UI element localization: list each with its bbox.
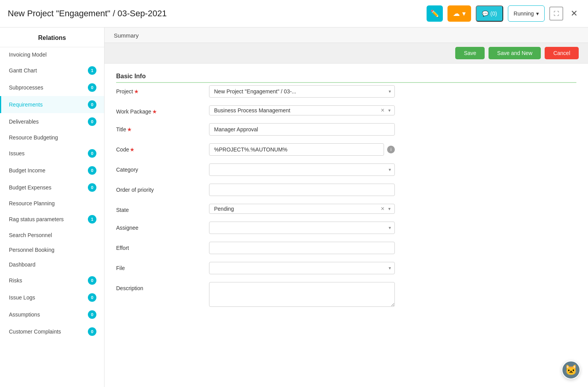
page-title: New Project "Engagement" / 03-Sep-2021	[8, 9, 422, 19]
sidebar-item-label: Requirements	[9, 101, 43, 108]
order-priority-control	[209, 184, 395, 196]
code-info-icon[interactable]: i	[387, 146, 395, 153]
title-row: Title★	[116, 123, 576, 136]
work-package-arrow-button[interactable]: ▾	[387, 108, 391, 113]
category-label: Category	[116, 163, 201, 173]
category-control: ▾	[209, 163, 395, 176]
sidebar-item-badge: 0	[88, 166, 96, 175]
sidebar-item-budget-expenses[interactable]: Budget Expenses0	[0, 179, 104, 196]
state-select-with-clear: Pending × ▾	[209, 204, 395, 214]
sidebar-item-badge: 0	[88, 149, 96, 158]
sidebar: Relations Invoicing ModelGantt Chart1Sub…	[0, 28, 105, 387]
sidebar-item-budget-income[interactable]: Budget Income0	[0, 162, 104, 179]
avatar[interactable]: 🐱	[562, 361, 580, 379]
work-package-select-with-clear: Business Process Management × ▾	[209, 105, 395, 115]
category-select-wrapper: ▾	[209, 163, 395, 176]
close-icon: ✕	[571, 9, 578, 19]
work-package-clear-button[interactable]: ×	[380, 107, 385, 114]
sidebar-item-label: Customer Complaints	[9, 329, 61, 335]
sidebar-item-label: Invoicing Model	[9, 52, 46, 58]
sidebar-item-subprocesses[interactable]: Subprocesses0	[0, 79, 104, 96]
sidebar-item-badge: 0	[88, 117, 96, 126]
order-priority-label: Order of priority	[116, 184, 201, 193]
body-layout: Relations Invoicing ModelGantt Chart1Sub…	[0, 28, 588, 387]
sidebar-item-badge: 1	[88, 66, 96, 75]
sidebar-header: Relations	[0, 28, 104, 47]
status-label: Running	[514, 10, 534, 17]
sidebar-item-issues[interactable]: Issues0	[0, 145, 104, 162]
effort-row: Effort	[116, 242, 576, 254]
sidebar-item-label: Budget Expenses	[9, 184, 51, 191]
sidebar-item-issue-logs[interactable]: Issue Logs0	[0, 289, 104, 306]
sidebar-item-rag-status-parameters[interactable]: Rag status parameters1	[0, 211, 104, 228]
effort-label: Effort	[116, 242, 201, 251]
sidebar-item-requirements[interactable]: Requirements0	[0, 96, 104, 113]
work-package-required: ★	[152, 108, 157, 115]
sidebar-item-dashboard[interactable]: Dashboard	[0, 257, 104, 272]
expand-button[interactable]: ⛶	[549, 7, 563, 21]
description-input[interactable]	[209, 282, 395, 307]
order-priority-input[interactable]	[209, 184, 395, 196]
project-label: Project★	[116, 85, 201, 95]
sidebar-item-search-personnel[interactable]: Search Personnel	[0, 228, 104, 243]
sidebar-item-label: Gantt Chart	[9, 67, 37, 74]
save-button[interactable]: Save	[455, 47, 485, 59]
sidebar-item-resource-planning[interactable]: Resource Planning	[0, 196, 104, 211]
project-required: ★	[134, 88, 139, 95]
status-chevron: ▾	[536, 10, 539, 17]
save-and-new-button[interactable]: Save and New	[489, 47, 541, 59]
avatar-icon: 🐱	[565, 364, 577, 376]
project-select[interactable]: New Project "Engagement" / 03-...	[209, 85, 395, 98]
chat-button[interactable]: 💬 (0)	[476, 5, 503, 22]
upload-button[interactable]: ☁ ▾	[447, 5, 471, 22]
state-clear-button[interactable]: ×	[380, 206, 385, 212]
sidebar-item-gantt-chart[interactable]: Gantt Chart1	[0, 62, 104, 79]
assignee-select[interactable]	[209, 222, 395, 234]
work-package-label: Work Package★	[116, 105, 201, 115]
sidebar-item-label: Risks	[9, 277, 22, 284]
sidebar-item-risks[interactable]: Risks0	[0, 272, 104, 289]
file-label: File	[116, 262, 201, 271]
expand-icon: ⛶	[554, 10, 559, 17]
sidebar-item-personnel-booking[interactable]: Personnel Booking	[0, 243, 104, 257]
state-arrow-button[interactable]: ▾	[387, 206, 391, 212]
sidebar-item-resource-budgeting[interactable]: Resource Budgeting	[0, 130, 104, 145]
category-select[interactable]	[209, 163, 395, 176]
assignee-select-wrapper: ▾	[209, 222, 395, 234]
sidebar-item-label: Resource Planning	[9, 200, 55, 206]
edit-button[interactable]: ✏️	[427, 5, 443, 22]
cancel-button[interactable]: Cancel	[545, 47, 579, 59]
work-package-row: Work Package★ Business Process Managemen…	[116, 105, 576, 115]
summary-label: Summary	[114, 32, 139, 39]
sidebar-item-assumptions[interactable]: Assumptions0	[0, 306, 104, 323]
sidebar-item-label: Issue Logs	[9, 294, 35, 301]
file-select[interactable]	[209, 262, 395, 274]
order-priority-row: Order of priority	[116, 184, 576, 196]
toolbar-bar: Save Save and New Cancel	[105, 43, 588, 64]
sidebar-item-invoicing-model[interactable]: Invoicing Model	[0, 47, 104, 62]
file-control: ▾	[209, 262, 395, 274]
sidebar-item-deliverables[interactable]: Deliverables0	[0, 113, 104, 130]
effort-input[interactable]	[209, 242, 395, 254]
effort-control	[209, 242, 395, 254]
file-select-wrapper: ▾	[209, 262, 395, 274]
title-input[interactable]	[209, 123, 395, 136]
state-label: State	[116, 204, 201, 213]
sidebar-item-label: Search Personnel	[9, 232, 52, 238]
assignee-row: Assignee ▾	[116, 222, 576, 234]
status-button[interactable]: Running ▾	[508, 5, 545, 22]
sidebar-items: Invoicing ModelGantt Chart1Subprocesses0…	[0, 47, 104, 340]
sidebar-item-customer-complaints[interactable]: Customer Complaints0	[0, 323, 104, 340]
sidebar-item-badge: 0	[88, 83, 96, 92]
sidebar-item-badge: 0	[88, 276, 96, 285]
form-area: Basic Info Project★ New Project "Engagem…	[105, 64, 588, 387]
sidebar-item-label: Budget Income	[9, 167, 45, 174]
assignee-control: ▾	[209, 222, 395, 234]
code-input[interactable]	[209, 143, 384, 156]
file-row: File ▾	[116, 262, 576, 274]
code-control: i	[209, 143, 395, 156]
app-window: New Project "Engagement" / 03-Sep-2021 ✏…	[0, 0, 588, 387]
close-button[interactable]: ✕	[568, 7, 580, 20]
code-row: Code★ i	[116, 143, 576, 156]
title-label: Title★	[116, 123, 201, 132]
